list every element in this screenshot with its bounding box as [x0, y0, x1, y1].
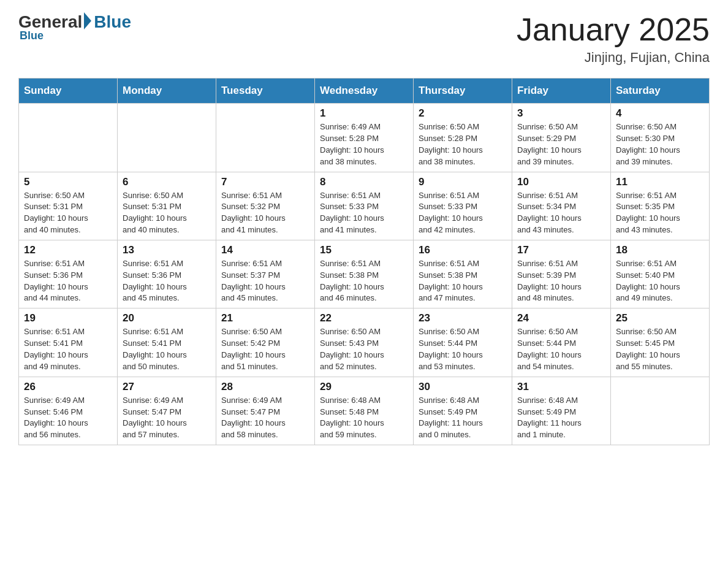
- weekday-header-saturday: Saturday: [611, 79, 710, 104]
- day-number: 6: [123, 176, 211, 188]
- weekday-header-friday: Friday: [512, 79, 611, 104]
- calendar-cell: 21Sunrise: 6:50 AMSunset: 5:42 PMDayligh…: [216, 308, 315, 377]
- calendar-cell: 15Sunrise: 6:51 AMSunset: 5:38 PMDayligh…: [315, 240, 414, 308]
- day-info: Sunrise: 6:50 AMSunset: 5:30 PMDaylight:…: [616, 121, 704, 167]
- day-number: 30: [419, 381, 507, 393]
- calendar-cell: 1Sunrise: 6:49 AMSunset: 5:28 PMDaylight…: [315, 104, 414, 172]
- day-number: 11: [616, 176, 704, 188]
- day-info: Sunrise: 6:51 AMSunset: 5:40 PMDaylight:…: [616, 258, 704, 304]
- day-number: 18: [616, 244, 704, 256]
- calendar-cell: 18Sunrise: 6:51 AMSunset: 5:40 PMDayligh…: [611, 240, 710, 308]
- day-info: Sunrise: 6:51 AMSunset: 5:33 PMDaylight:…: [320, 190, 408, 236]
- day-info: Sunrise: 6:49 AMSunset: 5:47 PMDaylight:…: [221, 395, 309, 441]
- day-info: Sunrise: 6:50 AMSunset: 5:45 PMDaylight:…: [616, 326, 704, 372]
- day-info: Sunrise: 6:51 AMSunset: 5:33 PMDaylight:…: [419, 190, 507, 236]
- day-number: 17: [517, 244, 605, 256]
- day-info: Sunrise: 6:51 AMSunset: 5:34 PMDaylight:…: [517, 190, 605, 236]
- day-number: 3: [517, 107, 605, 120]
- day-number: 27: [123, 381, 211, 393]
- calendar-cell: [216, 104, 315, 172]
- day-info: Sunrise: 6:50 AMSunset: 5:31 PMDaylight:…: [24, 190, 112, 236]
- calendar-cell: 7Sunrise: 6:51 AMSunset: 5:32 PMDaylight…: [216, 172, 315, 240]
- day-info: Sunrise: 6:51 AMSunset: 5:35 PMDaylight:…: [616, 190, 704, 236]
- calendar-cell: 3Sunrise: 6:50 AMSunset: 5:29 PMDaylight…: [512, 104, 611, 172]
- calendar-table: SundayMondayTuesdayWednesdayThursdayFrid…: [18, 78, 710, 445]
- calendar-cell: 9Sunrise: 6:51 AMSunset: 5:33 PMDaylight…: [414, 172, 512, 240]
- calendar-cell: 2Sunrise: 6:50 AMSunset: 5:28 PMDaylight…: [414, 104, 512, 172]
- day-number: 12: [24, 244, 112, 256]
- day-number: 5: [24, 176, 112, 188]
- day-info: Sunrise: 6:51 AMSunset: 5:38 PMDaylight:…: [419, 258, 507, 304]
- day-info: Sunrise: 6:51 AMSunset: 5:32 PMDaylight:…: [221, 190, 309, 236]
- day-info: Sunrise: 6:50 AMSunset: 5:43 PMDaylight:…: [320, 326, 408, 372]
- page-header: General Blue Blue January 2025 Jinjing, …: [18, 12, 710, 66]
- calendar-week-5: 26Sunrise: 6:49 AMSunset: 5:46 PMDayligh…: [19, 377, 710, 445]
- calendar-cell: 19Sunrise: 6:51 AMSunset: 5:41 PMDayligh…: [19, 308, 118, 377]
- calendar-cell: [19, 104, 118, 172]
- day-number: 28: [221, 381, 309, 393]
- calendar-cell: 26Sunrise: 6:49 AMSunset: 5:46 PMDayligh…: [19, 377, 118, 445]
- day-info: Sunrise: 6:51 AMSunset: 5:38 PMDaylight:…: [320, 258, 408, 304]
- day-number: 15: [320, 244, 408, 256]
- calendar-cell: [611, 377, 710, 445]
- calendar-cell: 6Sunrise: 6:50 AMSunset: 5:31 PMDaylight…: [118, 172, 216, 240]
- calendar-cell: 27Sunrise: 6:49 AMSunset: 5:47 PMDayligh…: [118, 377, 216, 445]
- day-info: Sunrise: 6:51 AMSunset: 5:39 PMDaylight:…: [517, 258, 605, 304]
- day-number: 19: [24, 312, 112, 324]
- weekday-header-wednesday: Wednesday: [315, 79, 414, 104]
- day-info: Sunrise: 6:50 AMSunset: 5:29 PMDaylight:…: [517, 121, 605, 167]
- day-info: Sunrise: 6:48 AMSunset: 5:48 PMDaylight:…: [320, 395, 408, 441]
- calendar-cell: 14Sunrise: 6:51 AMSunset: 5:37 PMDayligh…: [216, 240, 315, 308]
- logo-bottom-text: Blue: [18, 29, 131, 42]
- day-number: 9: [419, 176, 507, 188]
- calendar-cell: 23Sunrise: 6:50 AMSunset: 5:44 PMDayligh…: [414, 308, 512, 377]
- day-number: 13: [123, 244, 211, 256]
- logo: General Blue Blue: [18, 12, 131, 42]
- day-number: 31: [517, 381, 605, 393]
- day-number: 1: [320, 107, 408, 120]
- calendar-cell: 5Sunrise: 6:50 AMSunset: 5:31 PMDaylight…: [19, 172, 118, 240]
- calendar-cell: 13Sunrise: 6:51 AMSunset: 5:36 PMDayligh…: [118, 240, 216, 308]
- day-number: 25: [616, 312, 704, 324]
- day-info: Sunrise: 6:51 AMSunset: 5:36 PMDaylight:…: [24, 258, 112, 304]
- calendar-cell: 25Sunrise: 6:50 AMSunset: 5:45 PMDayligh…: [611, 308, 710, 377]
- day-info: Sunrise: 6:48 AMSunset: 5:49 PMDaylight:…: [419, 395, 507, 441]
- day-number: 21: [221, 312, 309, 324]
- calendar-cell: 4Sunrise: 6:50 AMSunset: 5:30 PMDaylight…: [611, 104, 710, 172]
- day-info: Sunrise: 6:50 AMSunset: 5:44 PMDaylight:…: [419, 326, 507, 372]
- logo-arrow-icon: [84, 12, 91, 29]
- day-info: Sunrise: 6:50 AMSunset: 5:28 PMDaylight:…: [419, 121, 507, 167]
- day-number: 2: [419, 107, 507, 120]
- calendar-cell: 11Sunrise: 6:51 AMSunset: 5:35 PMDayligh…: [611, 172, 710, 240]
- calendar-week-3: 12Sunrise: 6:51 AMSunset: 5:36 PMDayligh…: [19, 240, 710, 308]
- title-block: January 2025 Jinjing, Fujian, China: [517, 12, 710, 66]
- day-info: Sunrise: 6:51 AMSunset: 5:41 PMDaylight:…: [123, 326, 211, 372]
- day-info: Sunrise: 6:50 AMSunset: 5:44 PMDaylight:…: [517, 326, 605, 372]
- day-info: Sunrise: 6:49 AMSunset: 5:47 PMDaylight:…: [123, 395, 211, 441]
- weekday-header-sunday: Sunday: [19, 79, 118, 104]
- calendar-week-1: 1Sunrise: 6:49 AMSunset: 5:28 PMDaylight…: [19, 104, 710, 172]
- day-info: Sunrise: 6:49 AMSunset: 5:28 PMDaylight:…: [320, 121, 408, 167]
- day-number: 10: [517, 176, 605, 188]
- calendar-header: SundayMondayTuesdayWednesdayThursdayFrid…: [19, 79, 710, 104]
- day-info: Sunrise: 6:51 AMSunset: 5:37 PMDaylight:…: [221, 258, 309, 304]
- calendar-body: 1Sunrise: 6:49 AMSunset: 5:28 PMDaylight…: [19, 104, 710, 445]
- calendar-cell: 16Sunrise: 6:51 AMSunset: 5:38 PMDayligh…: [414, 240, 512, 308]
- location-text: Jinjing, Fujian, China: [517, 50, 710, 66]
- day-number: 7: [221, 176, 309, 188]
- day-info: Sunrise: 6:50 AMSunset: 5:42 PMDaylight:…: [221, 326, 309, 372]
- calendar-cell: [118, 104, 216, 172]
- day-number: 23: [419, 312, 507, 324]
- calendar-cell: 29Sunrise: 6:48 AMSunset: 5:48 PMDayligh…: [315, 377, 414, 445]
- calendar-week-2: 5Sunrise: 6:50 AMSunset: 5:31 PMDaylight…: [19, 172, 710, 240]
- weekday-header-monday: Monday: [118, 79, 216, 104]
- month-title: January 2025: [517, 12, 710, 47]
- day-info: Sunrise: 6:48 AMSunset: 5:49 PMDaylight:…: [517, 395, 605, 441]
- calendar-cell: 10Sunrise: 6:51 AMSunset: 5:34 PMDayligh…: [512, 172, 611, 240]
- day-number: 20: [123, 312, 211, 324]
- calendar-cell: 24Sunrise: 6:50 AMSunset: 5:44 PMDayligh…: [512, 308, 611, 377]
- weekday-header-tuesday: Tuesday: [216, 79, 315, 104]
- calendar-cell: 20Sunrise: 6:51 AMSunset: 5:41 PMDayligh…: [118, 308, 216, 377]
- day-info: Sunrise: 6:51 AMSunset: 5:36 PMDaylight:…: [123, 258, 211, 304]
- day-number: 22: [320, 312, 408, 324]
